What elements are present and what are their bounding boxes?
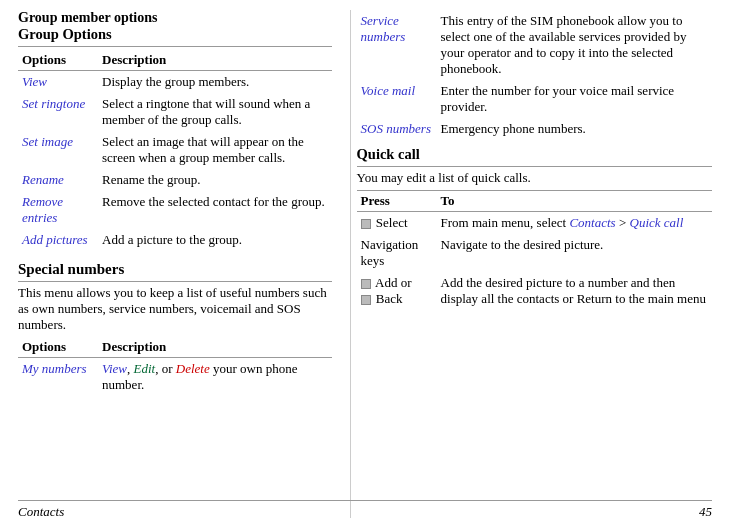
option-cell: Add pictures xyxy=(18,229,98,251)
back-key-icon xyxy=(361,295,371,305)
quick-call-table: Press To SelectFrom main menu, select Co… xyxy=(357,190,712,310)
special-col-option: Options xyxy=(18,337,98,358)
special-numbers-intro: This menu allows you to keep a list of u… xyxy=(18,285,332,333)
group-col-option: Options xyxy=(18,50,98,71)
special-numbers-table: Options Description My numbersView, Edit… xyxy=(18,337,332,396)
option-cell: Rename xyxy=(18,169,98,191)
footer: Contacts 45 xyxy=(18,500,712,520)
table-row: RenameRename the group. xyxy=(18,169,332,191)
main-heading: Group member options xyxy=(18,10,332,26)
press-col: Press xyxy=(357,191,437,212)
special-col-desc: Description xyxy=(98,337,332,358)
to-cell: Navigate to the desired picture. xyxy=(437,234,712,272)
desc-cell: Rename the group. xyxy=(98,169,332,191)
table-row: ViewDisplay the group members. xyxy=(18,71,332,94)
desc-cell: Remove the selected contact for the grou… xyxy=(98,191,332,229)
voice-mail-option: Voice mail xyxy=(357,80,437,118)
desc-cell: Select an image that will appear on the … xyxy=(98,131,332,169)
page: Group member options Group Options Optio… xyxy=(0,0,730,528)
group-options-table: Options Description ViewDisplay the grou… xyxy=(18,50,332,251)
service-numbers-desc: This entry of the SIM phonebook allow yo… xyxy=(437,10,712,80)
special-numbers-heading: Special numbers xyxy=(18,261,332,278)
service-numbers-section: Service numbers This entry of the SIM ph… xyxy=(357,10,712,140)
table-row: Add or BackAdd the desired picture to a … xyxy=(357,272,712,310)
group-col-desc: Description xyxy=(98,50,332,71)
table-row: SelectFrom main menu, select Contacts > … xyxy=(357,212,712,235)
to-cell: Add the desired picture to a number and … xyxy=(437,272,712,310)
service-numbers-option: Service numbers xyxy=(357,10,437,80)
desc-cell: Add a picture to the group. xyxy=(98,229,332,251)
option-cell: Set ringtone xyxy=(18,93,98,131)
press-cell: Navigation keys xyxy=(357,234,437,272)
desc-cell: View, Edit, or Delete your own phone num… xyxy=(98,358,332,397)
to-col: To xyxy=(437,191,712,212)
to-cell: From main menu, select Contacts > Quick … xyxy=(437,212,712,235)
sos-numbers-row: SOS numbers Emergency phone numbers. xyxy=(357,118,712,140)
table-row: My numbersView, Edit, or Delete your own… xyxy=(18,358,332,397)
quick-call-heading: Quick call xyxy=(357,146,712,163)
desc-cell: Display the group members. xyxy=(98,71,332,94)
sub-heading: Group Options xyxy=(18,26,332,43)
table-row: Add picturesAdd a picture to the group. xyxy=(18,229,332,251)
option-cell: My numbers xyxy=(18,358,98,397)
quick-call-section: Quick call You may edit a list of quick … xyxy=(357,146,712,310)
add-key-icon xyxy=(361,279,371,289)
left-column: Group member options Group Options Optio… xyxy=(18,10,350,518)
option-cell: Remove entries xyxy=(18,191,98,229)
voice-mail-desc: Enter the number for your voice mail ser… xyxy=(437,80,712,118)
footer-right: 45 xyxy=(699,504,712,520)
option-cell: Set image xyxy=(18,131,98,169)
press-cell: Select xyxy=(357,212,437,235)
key-icon xyxy=(361,219,371,229)
desc-cell: Select a ringtone that will sound when a… xyxy=(98,93,332,131)
table-row: Remove entriesRemove the selected contac… xyxy=(18,191,332,229)
service-numbers-row: Service numbers This entry of the SIM ph… xyxy=(357,10,712,80)
press-cell: Add or Back xyxy=(357,272,437,310)
table-row: Set ringtoneSelect a ringtone that will … xyxy=(18,93,332,131)
table-row: Set imageSelect an image that will appea… xyxy=(18,131,332,169)
option-cell: View xyxy=(18,71,98,94)
right-column: Service numbers This entry of the SIM ph… xyxy=(350,10,712,518)
voice-mail-row: Voice mail Enter the number for your voi… xyxy=(357,80,712,118)
sos-desc: Emergency phone numbers. xyxy=(437,118,712,140)
sos-option: SOS numbers xyxy=(357,118,437,140)
quick-call-intro: You may edit a list of quick calls. xyxy=(357,170,712,186)
footer-left: Contacts xyxy=(18,504,64,520)
table-row: Navigation keysNavigate to the desired p… xyxy=(357,234,712,272)
